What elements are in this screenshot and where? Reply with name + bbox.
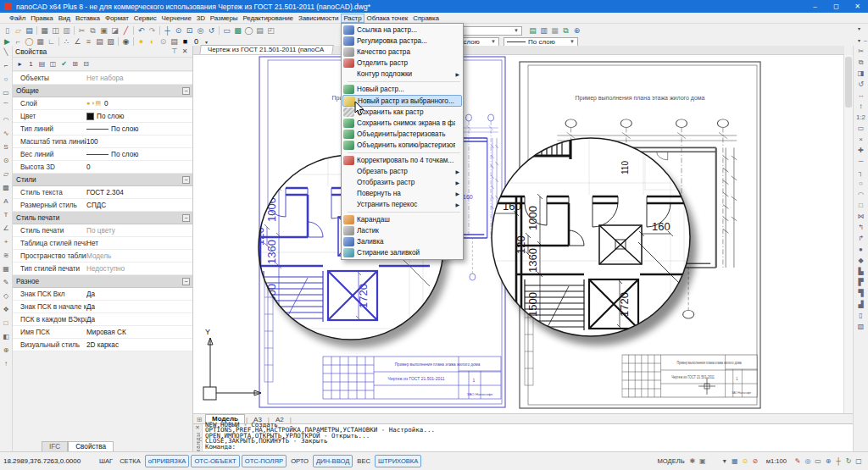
edit-tool-icon[interactable]: ○: [855, 178, 867, 189]
menu-item[interactable]: Формат: [103, 14, 131, 23]
status-toggle[interactable]: оПРИВЯЗКА: [145, 455, 190, 467]
menu-item[interactable]: Справка: [410, 14, 442, 23]
disable-icon[interactable]: ⊘: [750, 457, 760, 465]
status-toggle[interactable]: ОТС-ПОЛЯР: [242, 455, 287, 467]
edit-tool-icon[interactable]: ▜: [855, 288, 867, 299]
pencil-icon[interactable]: Карандаш ▶: [342, 214, 462, 225]
plot-icon[interactable]: ▥: [61, 25, 72, 36]
collapse-icon[interactable]: −: [182, 176, 190, 184]
zoom-previous-icon[interactable]: ↺: [206, 25, 217, 36]
property-row[interactable]: Стиль печати −: [13, 212, 192, 224]
draworder-icon[interactable]: ◰: [265, 25, 276, 36]
layout-icon[interactable]: ▣: [698, 457, 708, 465]
new-raster-icon[interactable]: Новый растр... ▶: [342, 84, 462, 95]
zoom-realtime-icon[interactable]: ⊙: [173, 25, 184, 36]
edit-tool-icon[interactable]: ↔: [855, 90, 867, 101]
edit-tool-icon[interactable]: ×: [855, 134, 867, 145]
draw-tool-icon[interactable]: ⌒: [1, 100, 12, 113]
property-row[interactable]: ПСК в каждом ВЭкране Да −: [13, 313, 192, 326]
zoom-window-icon[interactable]: ⊡: [184, 25, 195, 36]
menu-item[interactable]: 3D: [194, 14, 208, 23]
command-prompt[interactable]: Команда:: [205, 445, 850, 450]
property-row[interactable]: Размерный стиль СПДС −: [13, 199, 192, 212]
quick-select-icon[interactable]: ▩: [232, 25, 243, 36]
paste-special-icon[interactable]: ◪: [109, 25, 120, 36]
draw-tool-icon[interactable]: ⊙: [1, 154, 12, 168]
status-toggle[interactable]: ВЕС: [354, 456, 373, 467]
edit-tool-icon[interactable]: ▛: [855, 277, 867, 288]
property-row[interactable]: Визуальный стиль 2D каркас −: [13, 339, 192, 351]
property-row[interactable]: Вес линий По слою −: [13, 148, 192, 161]
detach-raster-icon[interactable]: Отделить растр ▶: [342, 58, 462, 69]
draw-tool-icon[interactable]: ◇: [1, 290, 12, 303]
block-props-icon[interactable]: ◫: [47, 59, 58, 69]
merge-copy-rasterize-icon[interactable]: Объединить копию/растеризовать ▶: [342, 140, 462, 151]
doc-green-icon[interactable]: ▤: [527, 25, 538, 36]
edit-tool-icon[interactable]: ✚: [855, 145, 867, 156]
draw-tool-icon[interactable]: ∿: [1, 127, 12, 141]
menu-item[interactable]: Черчение: [159, 14, 194, 23]
workspace-icon[interactable]: ✱: [687, 457, 698, 465]
check-icon[interactable]: ✔: [58, 59, 70, 69]
menu-item[interactable]: Сервис: [131, 14, 159, 23]
draw-tool-icon[interactable]: ↑: [1, 357, 12, 371]
select-mode-icon[interactable]: ▸: [14, 59, 25, 69]
draw-tool-icon[interactable]: ▦: [1, 263, 12, 276]
dropdown-icon[interactable]: ▾: [720, 457, 730, 465]
link-icon[interactable]: ⊕: [571, 25, 582, 36]
edit-tool-icon[interactable]: ◆: [855, 255, 867, 266]
property-row[interactable]: Таблица стилей печати Нет −: [13, 237, 192, 250]
property-row[interactable]: Слой 0 −: [13, 97, 192, 110]
menu-item[interactable]: Размеры: [208, 14, 241, 23]
property-row[interactable]: Стили −: [13, 174, 192, 186]
menu-item[interactable]: Вид: [56, 14, 73, 23]
toolbar-overflow-icon[interactable]: ▾: [854, 37, 864, 43]
status-toggle[interactable]: ШТРИХОВКА: [375, 455, 421, 467]
correct-4-points-icon[interactable]: Корректировать по 4 точкам... ▶: [342, 155, 462, 166]
draw-tool-icon[interactable]: ⌐: [1, 59, 12, 73]
draw-tool-icon[interactable]: ❖: [1, 303, 12, 317]
fill-icon[interactable]: Заливка ▶: [342, 236, 462, 247]
collapse-icon[interactable]: −: [182, 214, 190, 222]
find-icon[interactable]: ◯: [243, 25, 254, 36]
select-window-icon[interactable]: ▭: [221, 25, 232, 36]
paste-icon[interactable]: ▣: [98, 25, 109, 36]
save-icon[interactable]: ▤: [24, 25, 35, 36]
scale-indicator[interactable]: м1:100: [760, 457, 793, 465]
property-row[interactable]: Масштаб типа линий 100 −: [13, 135, 192, 148]
undo-icon[interactable]: ↶: [136, 25, 147, 36]
status-toggle[interactable]: ДИН-ВВОД: [313, 455, 353, 467]
property-row[interactable]: Высота 3D 0 −: [13, 161, 192, 174]
pin-icon[interactable]: ⊤: [170, 47, 180, 55]
property-row[interactable]: Знак ПСК в начале коор... Да −: [13, 301, 192, 313]
draw-tool-icon[interactable]: ▭: [1, 86, 12, 100]
menu-item[interactable]: Растр: [341, 14, 364, 23]
redo-icon[interactable]: ↷: [147, 25, 158, 36]
zoom-status-icon[interactable]: ◎: [803, 457, 813, 465]
status-toggle[interactable]: СЕТКА: [117, 456, 143, 467]
chart-icon[interactable]: ▥: [538, 25, 549, 36]
property-row[interactable]: Тип стилей печати Недоступно −: [13, 263, 192, 275]
collapse-icon[interactable]: −: [182, 278, 190, 285]
draw-tool-icon[interactable]: ▱: [1, 168, 12, 181]
properties-icon[interactable]: ▤: [254, 25, 265, 36]
maximize-button[interactable]: ◻: [826, 3, 847, 10]
quick-props-icon[interactable]: ▤: [36, 59, 47, 69]
drawing-canvas[interactable]: Пример выполнения плана этажа жилого дом…: [193, 55, 843, 413]
pan-icon[interactable]: ┼: [162, 25, 173, 36]
draw-tool-icon[interactable]: ∠: [1, 222, 12, 235]
draw-tool-icon[interactable]: A: [1, 195, 12, 208]
open-icon[interactable]: ▱: [13, 25, 24, 36]
viewport-icon[interactable]: ▦: [730, 457, 740, 465]
adjust-raster-icon[interactable]: Регулировка растра... ▶: [342, 36, 462, 47]
deskew-icon[interactable]: Устранить перекос ▶: [342, 199, 462, 210]
draw-tool-icon[interactable]: S: [1, 141, 12, 154]
sheet-icon[interactable]: ▦: [549, 25, 560, 36]
copy-props-icon[interactable]: ⊞: [70, 59, 81, 69]
draw-tool-icon[interactable]: ◧: [1, 330, 12, 344]
property-row[interactable]: Стиль текста ГОСТ 2.304 −: [13, 186, 192, 199]
menu-item[interactable]: Файл: [7, 14, 28, 23]
menu-item[interactable]: Редактирование: [240, 14, 296, 23]
minimize-button[interactable]: –: [804, 3, 826, 10]
edit-tool-icon[interactable]: ─: [855, 156, 867, 167]
